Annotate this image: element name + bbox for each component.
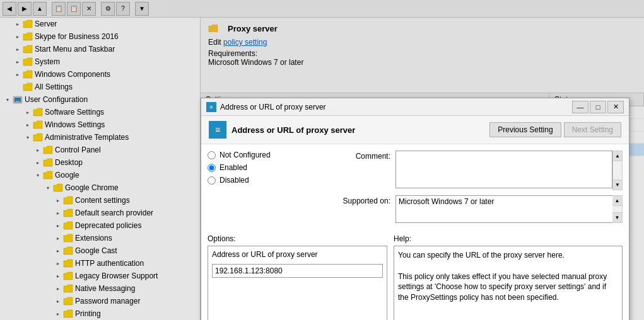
modal-title-text: Address or URL of proxy server — [220, 103, 326, 111]
modal-footer: Options: Address or URL of proxy server … — [201, 229, 629, 320]
modal-maximize-btn[interactable]: □ — [590, 101, 606, 113]
help-section: Help: You can specify the URL of the pro… — [394, 234, 623, 320]
modal-title-area: ≡ Address or URL of proxy server — [206, 102, 326, 112]
radio-enabled-label: Enabled — [220, 163, 247, 172]
options-box: Address or URL of proxy server — [208, 246, 387, 320]
modal-body: Not Configured Enabled Disabled Comment: — [201, 144, 629, 229]
comment-label: Comment: — [340, 151, 390, 161]
comment-row: Comment: ▲ ▼ — [340, 151, 623, 190]
next-setting-btn[interactable]: Next Setting — [564, 122, 621, 137]
comment-scrollbar: ▲ ▼ — [612, 151, 623, 190]
supported-label: Supported on: — [340, 195, 390, 205]
supported-scroll-down[interactable]: ▼ — [612, 212, 622, 222]
supported-value: Microsoft Windows 7 or later — [399, 197, 494, 206]
modal-controls: — □ ✕ — [572, 101, 624, 113]
comment-wrapper: ▲ ▼ — [395, 151, 623, 190]
modal-dialog: ≡ Address or URL of proxy server — □ ✕ ≡… — [201, 98, 629, 320]
radio-enabled[interactable]: Enabled — [208, 163, 334, 172]
prev-setting-btn[interactable]: Previous Setting — [489, 122, 561, 137]
options-section: Options: Address or URL of proxy server — [208, 234, 387, 320]
supported-row: Supported on: Microsoft Windows 7 or lat… — [340, 195, 623, 223]
supported-scroll-up[interactable]: ▲ — [612, 196, 622, 206]
modal-right-section: Comment: ▲ ▼ Supported on: Mi — [340, 151, 623, 223]
help-label: Help: — [394, 234, 623, 243]
scroll-up[interactable]: ▲ — [613, 151, 622, 161]
supported-scroll-track — [612, 206, 622, 212]
options-label: Options: — [208, 234, 387, 243]
modal-setting-title-text: Address or URL of proxy server — [231, 125, 355, 135]
radio-not-configured[interactable]: Not Configured — [208, 151, 334, 159]
modal-minimize-btn[interactable]: — — [572, 101, 588, 113]
options-field-title: Address or URL of proxy server — [212, 250, 383, 259]
radio-disabled[interactable]: Disabled — [208, 176, 334, 185]
radio-disabled-label: Disabled — [220, 176, 249, 185]
comment-textarea[interactable] — [395, 151, 612, 188]
scroll-down[interactable]: ▼ — [613, 180, 622, 190]
radio-disabled-input[interactable] — [208, 176, 216, 185]
modal-nav-buttons: Previous Setting Next Setting — [489, 122, 621, 137]
help-text-line2: This policy only takes effect if you hav… — [398, 271, 618, 303]
supported-value-box: Microsoft Windows 7 or later — [395, 195, 623, 223]
modal-titlebar: ≡ Address or URL of proxy server — □ ✕ — [201, 98, 629, 116]
supported-scrollbar: ▲ ▼ — [612, 195, 623, 223]
modal-radio-section: Not Configured Enabled Disabled — [208, 151, 334, 223]
help-text-line1: You can specify the URL of the proxy ser… — [398, 250, 618, 261]
help-text-box: You can specify the URL of the proxy ser… — [394, 246, 623, 320]
modal-close-btn[interactable]: ✕ — [607, 101, 624, 113]
radio-not-configured-input[interactable] — [208, 151, 216, 159]
radio-group: Not Configured Enabled Disabled — [208, 151, 334, 185]
modal-header-row: ≡ Address or URL of proxy server Previou… — [201, 116, 629, 144]
radio-enabled-input[interactable] — [208, 164, 216, 172]
modal-overlay: ≡ Address or URL of proxy server — □ ✕ ≡… — [0, 0, 644, 320]
scroll-track — [613, 161, 622, 180]
supported-wrapper: Microsoft Windows 7 or later ▲ ▼ — [395, 195, 623, 223]
options-input[interactable] — [212, 264, 383, 278]
modal-title-icon: ≡ — [206, 102, 216, 112]
radio-not-configured-label: Not Configured — [220, 151, 271, 159]
modal-setting-icon: ≡ — [209, 121, 226, 139]
